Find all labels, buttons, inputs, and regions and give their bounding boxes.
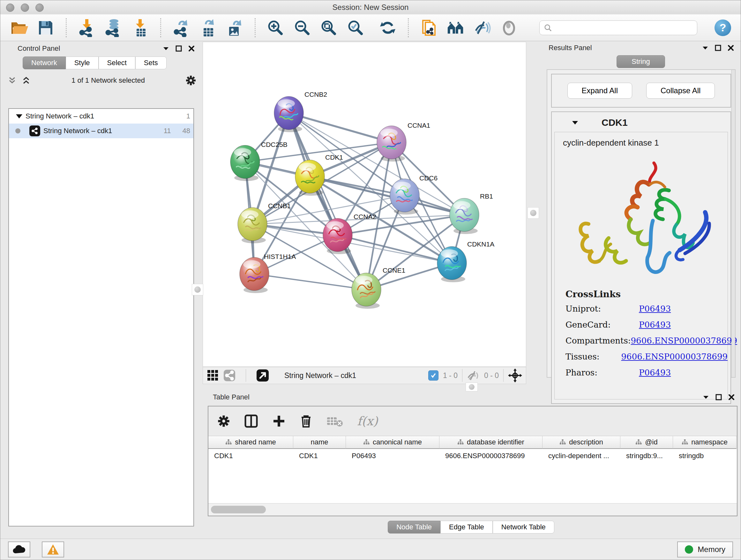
status-bar: Memory [0,539,741,560]
grid-view-icon[interactable] [207,369,219,381]
network-view-title: String Network – cdk1 [284,371,424,380]
tree-expand-icon[interactable] [16,114,22,118]
open-file-icon[interactable] [10,18,28,37]
table-cell: P06493 [346,449,440,463]
help-icon[interactable]: ? [715,19,731,36]
panel-collapse-icon[interactable] [702,394,710,401]
network-edge[interactable] [289,113,366,290]
panel-collapse-icon[interactable] [702,44,709,51]
tab-network-table[interactable]: Network Table [493,521,554,534]
show-columns-icon[interactable] [244,414,258,428]
node-label: CCNE1 [383,266,405,274]
export-table-icon[interactable] [199,18,217,37]
network-node-cdkn1a[interactable] [437,246,467,282]
show-all-icon[interactable] [500,18,518,37]
network-collection-row[interactable]: String Network – cdk1 1 [9,109,193,124]
right-splitter-handle[interactable] [528,207,539,219]
crosslink-value-link[interactable]: P06493 [639,304,671,314]
crosslink-value-link[interactable]: 9606.ENSP00000378699 [631,336,737,346]
bottom-splitter-handle[interactable] [466,382,478,391]
column-header-namespace[interactable]: namespace [673,436,737,449]
network-node-ccnb1[interactable] [238,207,267,243]
warning-button[interactable] [42,542,64,557]
import-network-file-icon[interactable] [77,18,96,37]
column-header-@id[interactable]: @id [620,436,673,449]
tab-select[interactable]: Select [98,57,135,69]
column-header-canonicalname[interactable]: canonical name [346,436,440,449]
neighborhood-icon[interactable] [447,18,465,37]
memory-button[interactable]: Memory [677,542,733,557]
table-row[interactable]: CDK1CDK1P064939606.ENSP00000378699cyclin… [208,449,737,463]
string-network-icon [29,125,40,136]
left-splitter-handle[interactable] [192,284,203,295]
gear-icon[interactable] [185,75,196,86]
add-column-icon[interactable] [272,415,286,428]
export-network-icon[interactable] [172,18,191,37]
zoom-out-icon[interactable] [293,18,312,37]
crosslink-label: Pharos: [565,368,639,377]
crosslink-value-link[interactable]: P06493 [639,320,671,329]
zoom-selected-icon[interactable] [346,18,365,37]
panel-close-icon[interactable] [188,45,195,52]
tab-network[interactable]: Network [23,57,66,69]
network-node-ccnb2[interactable] [274,97,304,132]
cloud-button[interactable] [8,542,30,557]
main-toolbar: ? [0,14,741,41]
delete-column-icon[interactable] [300,414,313,428]
table-gear-icon[interactable] [217,415,230,428]
network-node-ccne1[interactable] [352,273,381,309]
panel-float-icon[interactable] [175,45,182,52]
tab-edge-table[interactable]: Edge Table [441,521,493,534]
node-label: CCNB1 [268,202,291,209]
network-node-hist1h1a[interactable] [240,257,269,293]
shared-column-icon [635,439,642,445]
tab-node-table[interactable]: Node Table [388,521,441,534]
table-hscrollbar-thumb[interactable] [211,506,266,513]
tab-sets[interactable]: Sets [135,57,166,69]
network-node-rb1[interactable] [450,198,479,234]
collapse-all-icon[interactable] [7,76,17,85]
column-header-description[interactable]: description [542,436,620,449]
expand-all-button[interactable]: Expand All [567,83,632,99]
export-image-icon[interactable] [225,18,244,37]
hide-selected-icon[interactable] [473,18,492,37]
detach-view-icon[interactable] [256,369,269,382]
panel-close-icon[interactable] [728,394,735,401]
crosslink-value-link[interactable]: P06493 [639,368,671,377]
zoom-in-icon[interactable] [266,18,285,37]
expand-all-icon[interactable] [21,76,31,85]
panel-close-icon[interactable] [727,44,734,51]
network-node-cdc25b[interactable] [230,145,260,181]
network-edge[interactable] [254,274,366,290]
node-table: shared namenamecanonical namedatabase id… [208,436,737,503]
share-view-icon[interactable] [223,369,235,381]
save-session-icon[interactable] [37,18,55,37]
column-header-name[interactable]: name [293,436,346,449]
network-row[interactable]: String Network – cdk1 11 48 [9,124,193,138]
panel-float-icon[interactable] [715,44,722,51]
panel-collapse-icon[interactable] [162,45,170,52]
crosslink-value-link[interactable]: 9606.ENSP00000378699 [621,352,728,361]
search-input[interactable] [555,23,692,32]
selected-checkbox[interactable] [428,370,439,381]
import-network-database-icon[interactable] [105,18,123,37]
tab-string[interactable]: String [616,55,665,68]
protein-collapse-icon[interactable] [571,118,579,127]
tab-style[interactable]: Style [66,57,98,69]
table-hscrollbar[interactable] [208,503,737,516]
column-header-databaseidentifier[interactable]: database identifier [440,436,542,449]
network-canvas[interactable]: CCNB2CCNA1CDC25BCDK1CDC6RB1CCNB1CCNA2CDK… [203,42,526,367]
shared-column-icon [682,439,688,445]
panel-float-icon[interactable] [715,394,722,401]
pan-crosshair-icon[interactable] [508,368,522,382]
column-header-sharedname[interactable]: shared name [208,436,293,449]
collapse-all-button[interactable]: Collapse All [646,83,715,99]
control-panel-tabs: NetworkStyleSelectSets [23,57,199,69]
results-scrollbar[interactable] [731,70,735,377]
zoom-fit-icon[interactable] [320,18,338,37]
refresh-icon[interactable] [379,18,397,37]
first-neighbors-icon[interactable] [420,18,438,37]
network-node-ccna1[interactable] [377,126,406,162]
import-table-icon[interactable] [131,18,150,37]
node-label: CCNA2 [354,213,376,220]
